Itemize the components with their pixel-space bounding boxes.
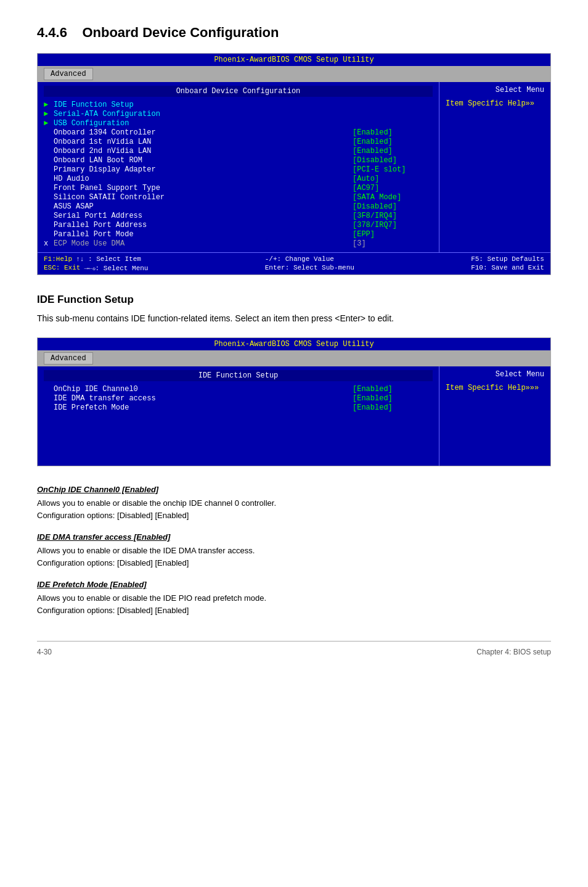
footer-select-menu-desc: →←ℴ: Select Menu <box>84 264 148 272</box>
footer-row-f5: F5: Setup Defaults <box>471 255 544 263</box>
list-item[interactable]: Primary Display Adapter [PCI-E slot] <box>44 165 433 174</box>
desc-block-2: IDE DMA transfer access [Enabled] Allows… <box>37 532 551 569</box>
bios-main-panel-1: Onboard Device Configuration ► IDE Funct… <box>38 82 439 252</box>
bios-section-header-1: Onboard Device Configuration <box>44 86 433 97</box>
item-label-parallel-mode: Parallel Port Mode <box>54 230 353 239</box>
list-item[interactable]: Onboard 1394 Controller [Enabled] <box>44 128 433 137</box>
item-value-audio: [Auto] <box>353 175 433 183</box>
list-item[interactable]: Parallel Port Address [378/IRQ7] <box>44 221 433 229</box>
footer-row-f10: F10: Save and Exit <box>471 264 544 271</box>
footer-row-enter: Enter: Select Sub-menu <box>265 264 354 271</box>
bios-side-panel-2: Select Menu Item Specific Help»»» <box>439 366 550 466</box>
item-label-prefetch: IDE Prefetch Mode <box>54 403 353 412</box>
ide-function-bios-box: Phoenix-AwardBIOS CMOS Setup Utility Adv… <box>37 337 551 466</box>
section-number: 4.4.6 <box>37 25 67 40</box>
bios-section-header-2: IDE Function Setup <box>44 370 433 381</box>
item-label-lan-boot: Onboard LAN Boot ROM <box>54 156 353 165</box>
footer-f5-desc: F5: Setup Defaults <box>471 255 544 263</box>
item-label-parallel-addr: Parallel Port Address <box>54 221 353 229</box>
bios-tab-bar-2: Advanced <box>38 350 550 366</box>
arrow-icon-3: ► <box>44 119 51 128</box>
item-value-lan2: [Enabled] <box>353 147 433 155</box>
item-label-panel: Front Panel Support Type <box>54 184 353 192</box>
item-value-asap: [Disabled] <box>353 202 433 211</box>
footer-f10-desc: F10: Save and Exit <box>471 264 544 271</box>
desc-text-3a: Allows you to enable or disable the IDE … <box>37 592 551 604</box>
footer-col-1: F1:Help ↑↓ : Select Item ESC: Exit →←ℴ: … <box>44 255 148 272</box>
item-value-parallel-mode: [EPP] <box>353 230 433 239</box>
list-item[interactable]: Serial Port1 Address [3F8/IRQ4] <box>44 212 433 220</box>
item-value-ecp: [3] <box>353 239 433 248</box>
select-menu-label-2: Select Menu <box>446 370 544 379</box>
item-value-prefetch: [Enabled] <box>353 403 433 412</box>
list-item[interactable]: Onboard 1st nVidia LAN [Enabled] <box>44 138 433 146</box>
bios-side-panel-1: Select Menu Item Specific Help»» <box>439 82 550 252</box>
footer-chapter-label: Chapter 4: BIOS setup <box>476 648 551 656</box>
bios-main-panel-2: IDE Function Setup OnChip IDE Channel0 [… <box>38 366 439 466</box>
item-value-sataii: [SATA Mode] <box>353 193 433 202</box>
footer-f1-key: F1:Help <box>44 255 72 263</box>
bios-tab-bar-1: Advanced <box>38 66 550 82</box>
desc-block-3: IDE Prefetch Mode [Enabled] Allows you t… <box>37 580 551 616</box>
list-item[interactable]: Onboard 2nd nVidia LAN [Enabled] <box>44 147 433 155</box>
item-label-asap: ASUS ASAP <box>54 202 353 211</box>
item-label-lan2: Onboard 2nd nVidia LAN <box>54 147 353 155</box>
item-label-sataii: Silicon SATAII Controller <box>54 193 353 202</box>
footer-col-3: F5: Setup Defaults F10: Save and Exit <box>471 255 544 272</box>
list-item[interactable]: Onboard LAN Boot ROM [Disabled] <box>44 156 433 165</box>
ide-section-heading: IDE Function Setup This sub-menu contain… <box>37 294 551 325</box>
list-item[interactable]: ► Serial-ATA Configuration <box>44 110 433 118</box>
arrow-icon-2: ► <box>44 110 51 118</box>
list-item[interactable]: IDE Prefetch Mode [Enabled] <box>44 403 433 412</box>
item-label-serial1: Serial Port1 Address <box>54 212 353 220</box>
ide-title: IDE Function Setup <box>37 294 551 306</box>
item-label-onchip-ide: OnChip IDE Channel0 <box>54 385 353 394</box>
footer-row-change: -/+: Change Value <box>265 255 354 263</box>
footer-esc-key: ESC: Exit <box>44 264 80 272</box>
footer-page-number: 4-30 <box>37 648 52 656</box>
arrow-icon-1: ► <box>44 101 51 109</box>
section-title-text: Onboard Device Configuration <box>82 25 279 40</box>
descriptions-area: OnChip IDE Channel0 [Enabled] Allows you… <box>37 485 551 616</box>
item-label-dma: IDE DMA transfer access <box>54 394 353 403</box>
bios-title-bar-1: Phoenix-AwardBIOS CMOS Setup Utility <box>38 54 550 66</box>
footer-col-2: -/+: Change Value Enter: Select Sub-menu <box>265 255 354 272</box>
item-value-display: [PCI-E slot] <box>353 165 433 174</box>
list-item[interactable]: IDE DMA transfer access [Enabled] <box>44 394 433 403</box>
item-label-1394: Onboard 1394 Controller <box>54 128 353 137</box>
desc-text-3b: Configuration options: [Disabled] [Enabl… <box>37 604 551 617</box>
x-icon: x <box>44 239 51 248</box>
bios-content-area-1: Onboard Device Configuration ► IDE Funct… <box>38 82 550 252</box>
footer-arrows-desc: ↑↓ : Select Item <box>76 255 141 263</box>
item-label-ecp: ECP Mode Use DMA <box>54 239 353 248</box>
list-item[interactable]: Front Panel Support Type [AC97] <box>44 184 433 192</box>
item-value-serial1: [3F8/IRQ4] <box>353 212 433 220</box>
item-value-1394: [Enabled] <box>353 128 433 137</box>
footer-enter-desc: Enter: Select Sub-menu <box>265 264 354 271</box>
item-label-usb: USB Configuration <box>54 119 433 128</box>
advanced-tab-1[interactable]: Advanced <box>44 68 93 80</box>
item-value-panel: [AC97] <box>353 184 433 192</box>
item-value-lan1: [Enabled] <box>353 138 433 146</box>
item-label-display: Primary Display Adapter <box>54 165 353 174</box>
list-item[interactable]: Parallel Port Mode [EPP] <box>44 230 433 239</box>
ide-description: This sub-menu contains IDE function-rela… <box>37 312 551 325</box>
list-item[interactable]: HD Audio [Auto] <box>44 175 433 183</box>
footer-change-desc: -/+: Change Value <box>265 255 334 263</box>
list-item[interactable]: OnChip IDE Channel0 [Enabled] <box>44 385 433 394</box>
desc-text-1b: Configuration options: [Disabled] [Enabl… <box>37 510 551 522</box>
bios-content-area-2: IDE Function Setup OnChip IDE Channel0 [… <box>38 366 550 466</box>
list-item[interactable]: ► IDE Function Setup <box>44 101 433 109</box>
list-item[interactable]: ASUS ASAP [Disabled] <box>44 202 433 211</box>
item-value-parallel-addr: [378/IRQ7] <box>353 221 433 229</box>
item-label-audio: HD Audio <box>54 175 353 183</box>
list-item[interactable]: x ECP Mode Use DMA [3] <box>44 239 433 248</box>
list-item[interactable]: Silicon SATAII Controller [SATA Mode] <box>44 193 433 202</box>
advanced-tab-2[interactable]: Advanced <box>44 352 93 365</box>
item-specific-help-2: Item Specific Help»»» <box>446 384 544 392</box>
section-heading: 4.4.6 Onboard Device Configuration <box>37 25 551 41</box>
item-label-sata: Serial-ATA Configuration <box>54 110 433 118</box>
desc-block-1: OnChip IDE Channel0 [Enabled] Allows you… <box>37 485 551 521</box>
list-item[interactable]: ► USB Configuration <box>44 119 433 128</box>
select-menu-label-1: Select Menu <box>446 86 544 94</box>
